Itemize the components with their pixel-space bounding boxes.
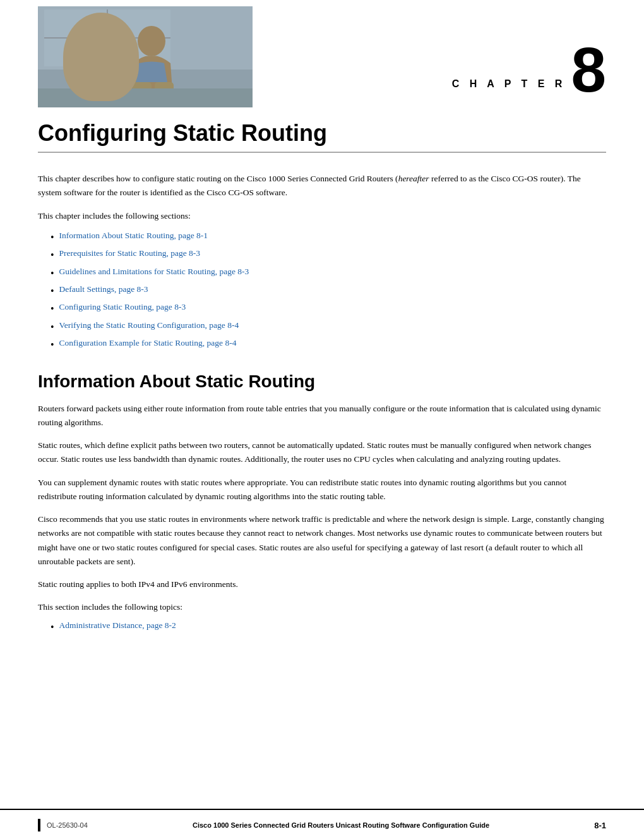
bullet-icon: • [51,620,54,634]
chapter-number: 8 [571,38,606,101]
section1-para2: Static routes, which define explicit pat… [38,438,606,467]
bullet-icon: • [51,231,54,245]
list-item: • Configuring Static Routing, page 8-3 [51,302,606,316]
topic-link-1[interactable]: Administrative Distance, page 8-2 [59,620,176,631]
list-item: • Prerequisites for Static Routing, page… [51,248,606,262]
toc-link-4[interactable]: Default Settings, page 8-3 [59,284,148,294]
toc-link-7[interactable]: Configuration Example for Static Routing… [59,338,237,348]
bullet-icon: • [51,320,54,334]
svg-rect-8 [38,88,253,107]
chapter-label-area: C H A P T E R 8 [452,38,606,107]
svg-rect-9 [38,6,253,107]
footer-page-number: 8-1 [594,821,606,830]
bullet-icon: • [51,302,54,316]
list-item: • Configuration Example for Static Routi… [51,338,606,352]
section1-para5: Static routing applies to both IPv4 and … [38,577,606,591]
footer-guide-title: Cisco 1000 Series Connected Grid Routers… [193,821,489,829]
toc-link-3[interactable]: Guidelines and Limitations for Static Ro… [59,267,249,277]
section1-heading: Information About Static Routing [38,372,606,392]
svg-rect-0 [38,6,253,107]
chapter-label: C H A P T E R [452,78,566,101]
title-section: Configuring Static Routing [0,107,644,153]
topics-list: • Administrative Distance, page 8-2 [51,620,606,634]
list-item: • Information About Static Routing, page… [51,231,606,245]
svg-rect-7 [155,82,174,107]
toc-link-1[interactable]: Information About Static Routing, page 8… [59,231,208,241]
chapter-image [38,6,253,107]
section1-para1: Routers forward packets using either rou… [38,402,606,430]
list-item: • Guidelines and Limitations for Static … [51,267,606,281]
footer-bar-icon [38,819,40,831]
content-area: This chapter describes how to configure … [0,172,644,634]
list-item: • Verifying the Static Routing Configura… [51,320,606,334]
svg-rect-2 [44,9,170,66]
header-area: C H A P T E R 8 [0,6,644,107]
footer-left: OL-25630-04 [38,819,88,831]
bullet-icon: • [51,267,54,281]
svg-point-5 [138,26,165,56]
bullet-icon: • [51,338,54,352]
toc-list: • Information About Static Routing, page… [51,231,606,353]
toc-link-6[interactable]: Verifying the Static Routing Configurati… [59,320,239,330]
page-title: Configuring Static Routing [38,120,606,147]
topics-intro-text: This section includes the following topi… [38,600,606,614]
svg-rect-1 [38,6,253,70]
toc-link-5[interactable]: Configuring Static Routing, page 8-3 [59,302,186,312]
title-divider [38,152,606,153]
intro-paragraph-1: This chapter describes how to configure … [38,172,606,199]
footer-doc-number: OL-25630-04 [47,821,88,829]
bullet-icon: • [51,248,54,262]
section1-para3: You can supplement dynamic routes with s… [38,476,606,504]
bullet-icon: • [51,284,54,298]
list-item: • Administrative Distance, page 8-2 [51,620,606,634]
toc-link-2[interactable]: Prerequisites for Static Routing, page 8… [59,248,200,258]
section1-para4: Cisco recommends that you use static rou… [38,512,606,569]
list-item: • Default Settings, page 8-3 [51,284,606,298]
footer: OL-25630-04 Cisco 1000 Series Connected … [0,809,644,834]
page-container: C H A P T E R 8 Configuring Static Routi… [0,6,644,834]
svg-rect-6 [133,82,152,107]
sections-intro-text: This chapter includes the following sect… [38,209,606,223]
